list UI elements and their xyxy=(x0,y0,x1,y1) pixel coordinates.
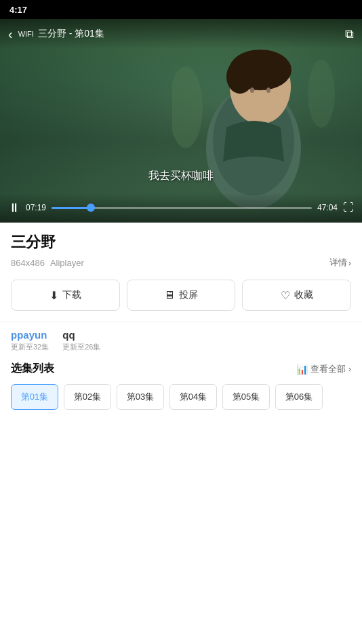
source-qq-name: qq xyxy=(62,329,75,341)
source-ppayun-sub: 更新至32集 xyxy=(11,342,49,352)
svg-point-7 xyxy=(266,88,270,93)
favorite-button[interactable]: ♡ 收藏 xyxy=(242,280,351,311)
play-pause-button[interactable]: ⏸ xyxy=(8,201,20,215)
episode-item-2[interactable]: 第02集 xyxy=(64,384,111,410)
cast-label: 投屏 xyxy=(179,289,198,301)
download-label: 下载 xyxy=(62,289,81,301)
detail-link[interactable]: 详情 › xyxy=(329,257,351,269)
episode-label-3: 第03集 xyxy=(127,391,154,403)
episode-section: 选集列表 📊 查看全部 › 第01集 第02集 第03集 第04集 第05集 第… xyxy=(0,352,362,410)
episode-section-title: 选集列表 xyxy=(11,362,54,376)
fullscreen-button[interactable]: ⛶ xyxy=(343,202,354,214)
download-icon: ⬇ xyxy=(49,289,58,302)
player-topbar: ‹ WIFI 三分野 - 第01集 ⧉ xyxy=(0,19,362,49)
cast-icon[interactable]: ⧉ xyxy=(345,27,354,41)
show-title: 三分野 xyxy=(11,232,351,252)
video-player[interactable]: ‹ WIFI 三分野 - 第01集 ⧉ 我去买杯咖啡 ⏸ 07:19 47:04… xyxy=(0,19,362,223)
chart-icon: 📊 xyxy=(296,364,308,375)
episode-item-3[interactable]: 第03集 xyxy=(117,384,164,410)
source-ppayun-name: ppayun xyxy=(11,329,47,341)
screen-cast-icon: 🖥 xyxy=(164,289,175,301)
episode-header: 选集列表 📊 查看全部 › xyxy=(11,362,351,376)
episode-label-4: 第04集 xyxy=(180,391,207,403)
view-all-button[interactable]: 📊 查看全部 › xyxy=(296,363,351,375)
player-name: Aliplayer xyxy=(50,258,84,268)
download-button[interactable]: ⬇ 下载 xyxy=(11,280,120,311)
player-title: 三分野 - 第01集 xyxy=(38,28,345,40)
progress-thumb xyxy=(87,204,95,212)
subtitle-text: 我去买杯咖啡 xyxy=(148,169,214,183)
time-total: 47:04 xyxy=(317,203,338,212)
chevron-right-icon: › xyxy=(348,258,351,268)
favorite-label: 收藏 xyxy=(294,289,313,301)
episode-label-6: 第06集 xyxy=(285,391,313,403)
episode-label-1: 第01集 xyxy=(21,391,48,403)
episode-item-1[interactable]: 第01集 xyxy=(11,384,58,410)
episode-label-5: 第05集 xyxy=(233,391,260,403)
status-time: 4:17 xyxy=(9,5,27,15)
episode-item-6[interactable]: 第06集 xyxy=(275,384,323,410)
episode-list: 第01集 第02集 第03集 第04集 第05集 第06集 xyxy=(11,384,351,410)
wifi-label: WIFI xyxy=(18,30,34,38)
heart-icon: ♡ xyxy=(281,289,290,302)
episode-item-4[interactable]: 第04集 xyxy=(169,384,217,410)
source-row: ppayun 更新至32集 qq 更新至26集 xyxy=(0,322,362,352)
episode-label-2: 第02集 xyxy=(74,391,101,403)
svg-point-9 xyxy=(308,60,335,128)
progress-bar[interactable] xyxy=(52,207,312,209)
detail-label: 详情 xyxy=(329,257,347,269)
meta-row: 864x486 Aliplayer 详情 › xyxy=(11,257,351,269)
source-ppayun[interactable]: ppayun 更新至32集 xyxy=(11,329,49,352)
episode-item-5[interactable]: 第05集 xyxy=(222,384,270,410)
status-bar: 4:17 xyxy=(0,0,362,19)
progress-fill xyxy=(52,207,91,209)
content-area: 三分野 864x486 Aliplayer 详情 › ⬇ 下载 🖥 投屏 ♡ 收… xyxy=(0,223,362,311)
cast-button[interactable]: 🖥 投屏 xyxy=(127,280,236,311)
resolution: 864x486 xyxy=(11,258,45,268)
svg-point-6 xyxy=(250,88,254,93)
source-qq-sub: 更新至26集 xyxy=(62,342,100,352)
time-current: 07:19 xyxy=(26,203,46,212)
back-button[interactable]: ‹ xyxy=(8,26,13,42)
chevron-right-icon2: › xyxy=(348,364,351,374)
view-all-label: 查看全部 xyxy=(310,363,346,375)
meta-info: 864x486 Aliplayer xyxy=(11,258,84,268)
source-qq[interactable]: qq 更新至26集 xyxy=(62,329,100,352)
svg-point-5 xyxy=(226,60,254,94)
player-controls: ⏸ 07:19 47:04 ⛶ xyxy=(0,193,362,223)
action-row: ⬇ 下载 🖥 投屏 ♡ 收藏 xyxy=(11,280,351,311)
